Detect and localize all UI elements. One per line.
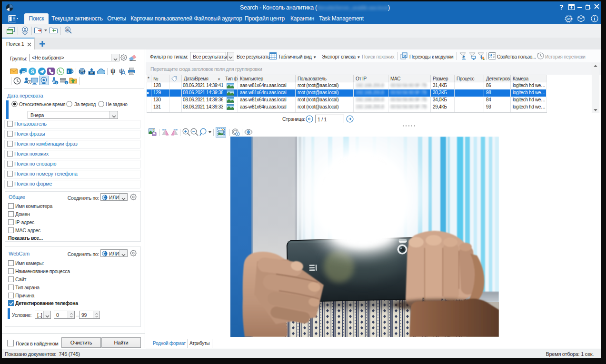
svg-text:HTTP: HTTP <box>80 70 85 72</box>
svg-text:L: L <box>68 69 70 74</box>
svg-text:ID: ID <box>66 28 70 31</box>
svg-text:API: API <box>567 18 570 20</box>
svg-text:S: S <box>31 69 34 74</box>
svg-text:IM: IM <box>22 70 25 73</box>
svg-text:FTP: FTP <box>90 72 94 74</box>
